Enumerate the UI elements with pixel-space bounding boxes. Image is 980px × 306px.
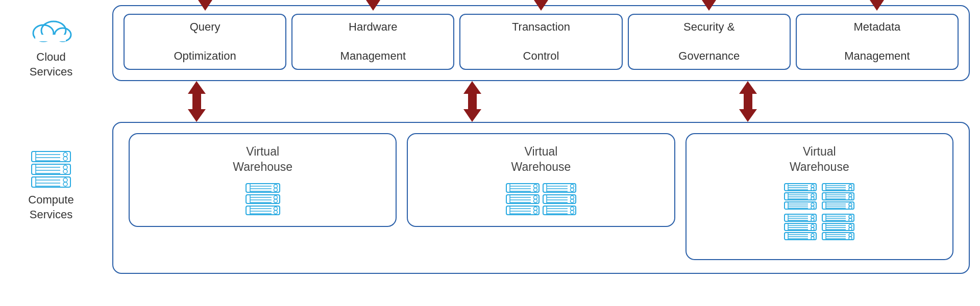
- compute-layer: Virtual Warehouse: [112, 122, 970, 274]
- svg-point-17: [63, 165, 67, 169]
- main-content: Query Optimization Hardware Management: [102, 5, 980, 274]
- svg-marker-32: [188, 94, 206, 122]
- warehouse-2-label: Virtual Warehouse: [511, 144, 571, 175]
- arrow-into-query-optimization: [192, 0, 218, 11]
- security-governance-box: Security & Governance: [628, 14, 791, 70]
- query-optimization-box: Query Optimization: [124, 14, 286, 70]
- compute-services-item: Compute Services: [28, 150, 74, 222]
- svg-marker-26: [196, 0, 214, 11]
- svg-point-182: [849, 234, 852, 237]
- svg-point-133: [849, 194, 852, 197]
- bi-arrow-2: [403, 81, 541, 122]
- bi-arrow-1: [128, 81, 265, 122]
- server-stack-1: [245, 183, 281, 216]
- svg-point-154: [811, 224, 814, 227]
- svg-point-64: [533, 188, 537, 191]
- arrow-into-transaction-control: [528, 0, 554, 11]
- svg-point-99: [570, 210, 574, 214]
- bidirectional-arrow-3: [734, 81, 762, 122]
- svg-point-85: [570, 188, 574, 191]
- svg-marker-27: [364, 0, 382, 11]
- server-stack-2: [505, 183, 577, 216]
- svg-point-63: [533, 184, 537, 188]
- cloud-layer: Query Optimization Hardware Management: [112, 5, 970, 81]
- warehouse-1-label: Virtual Warehouse: [233, 144, 292, 175]
- bidirectional-arrow-1: [183, 81, 211, 122]
- transaction-control-box: Transaction Control: [459, 14, 622, 70]
- bidirectional-arrows-row: [112, 81, 970, 122]
- virtual-warehouse-3: Virtual Warehouse: [685, 133, 953, 260]
- svg-point-92: [570, 199, 574, 202]
- svg-point-50: [274, 199, 277, 202]
- server-stack-3: [783, 183, 855, 249]
- virtual-warehouse-2: Virtual Warehouse: [407, 133, 675, 227]
- svg-point-42: [274, 184, 277, 188]
- left-sidebar: Cloud Services: [0, 5, 102, 222]
- virtual-warehouse-1: Virtual Warehouse: [129, 133, 397, 227]
- svg-point-140: [849, 203, 852, 206]
- svg-marker-29: [700, 0, 718, 11]
- svg-point-112: [811, 194, 814, 197]
- warehouse-3-label: Virtual Warehouse: [790, 144, 849, 175]
- svg-point-43: [274, 188, 277, 191]
- svg-point-84: [570, 184, 574, 188]
- svg-point-56: [274, 207, 277, 210]
- svg-point-78: [533, 210, 537, 214]
- svg-marker-30: [868, 0, 887, 11]
- svg-point-98: [570, 207, 574, 210]
- svg-point-175: [849, 224, 852, 227]
- arrow-into-hardware-management: [360, 0, 386, 11]
- svg-point-147: [811, 215, 814, 218]
- svg-marker-36: [739, 94, 757, 122]
- arrow-into-security-governance: [696, 0, 722, 11]
- svg-point-25: [63, 182, 67, 186]
- metadata-management-box: Metadata Management: [796, 14, 959, 70]
- compute-services-label: Compute Services: [28, 193, 74, 222]
- cloud-services-label: Cloud Services: [30, 50, 72, 79]
- bidirectional-arrow-2: [458, 81, 486, 122]
- warehouses-row: Virtual Warehouse: [129, 133, 953, 260]
- svg-point-168: [849, 215, 852, 218]
- svg-marker-34: [463, 94, 481, 122]
- svg-point-10: [63, 152, 67, 157]
- arrow-into-metadata-management: [864, 0, 890, 11]
- svg-point-126: [849, 185, 852, 188]
- hardware-management-box: Hardware Management: [291, 14, 454, 70]
- bi-arrow-3: [679, 81, 817, 122]
- svg-point-119: [811, 203, 814, 206]
- svg-point-24: [63, 178, 67, 182]
- svg-point-91: [570, 195, 574, 199]
- cloud-icon: [28, 15, 74, 46]
- diagram-container: Cloud Services: [0, 0, 980, 306]
- svg-point-70: [533, 195, 537, 199]
- svg-point-49: [274, 195, 277, 199]
- svg-point-77: [533, 207, 537, 210]
- server-icon: [31, 150, 71, 189]
- svg-rect-3: [35, 35, 66, 41]
- svg-marker-28: [532, 0, 550, 11]
- services-row: Query Optimization Hardware Management: [124, 14, 959, 70]
- svg-point-71: [533, 199, 537, 202]
- cloud-services-item: Cloud Services: [28, 15, 74, 79]
- svg-point-105: [811, 185, 814, 188]
- svg-point-11: [63, 157, 67, 161]
- svg-point-57: [274, 210, 277, 214]
- svg-point-161: [811, 234, 814, 237]
- svg-point-18: [63, 169, 67, 173]
